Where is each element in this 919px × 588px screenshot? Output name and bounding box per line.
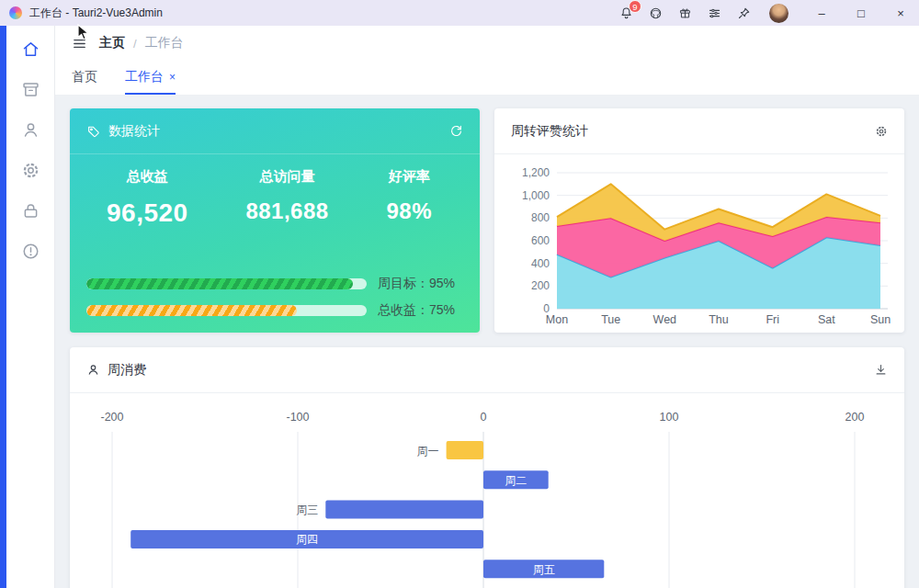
tab-workbench[interactable]: 工作台 × bbox=[125, 61, 176, 95]
stats-card-title: 数据统计 bbox=[108, 123, 160, 140]
sidebar-item-settings[interactable] bbox=[6, 150, 54, 190]
stat-label: 总访问量 bbox=[245, 168, 328, 186]
exclamation-circle-icon bbox=[21, 242, 40, 261]
sidebar-item-error[interactable] bbox=[6, 231, 54, 271]
hamburger-icon bbox=[72, 36, 87, 51]
download-icon[interactable] bbox=[874, 363, 888, 377]
user-avatar[interactable] bbox=[769, 4, 789, 23]
refresh-icon[interactable] bbox=[449, 124, 463, 138]
breadcrumb: 主页 / 工作台 bbox=[99, 35, 184, 51]
area-card-title: 周转评赞统计 bbox=[511, 123, 588, 140]
progress-row-total-revenue: 总收益：75% bbox=[86, 302, 463, 319]
stats-card: 数据统计 总收益 96,520 总访问量 881,688 好评率 bbox=[70, 108, 480, 333]
sidebar-accent-strip bbox=[0, 26, 6, 588]
svg-text:200: 200 bbox=[845, 411, 865, 424]
tag-icon bbox=[86, 124, 101, 139]
minimize-button[interactable]: – bbox=[815, 7, 828, 19]
stat-label: 好评率 bbox=[386, 168, 432, 186]
stats-row: 总收益 96,520 总访问量 881,688 好评率 98% bbox=[70, 154, 480, 228]
progress-track bbox=[86, 305, 367, 316]
svg-text:0: 0 bbox=[481, 411, 487, 424]
svg-text:Wed: Wed bbox=[653, 313, 677, 326]
tab-close-icon[interactable]: × bbox=[169, 72, 176, 83]
close-button[interactable]: × bbox=[894, 7, 907, 19]
home-icon bbox=[21, 40, 40, 59]
maximize-button[interactable]: □ bbox=[855, 7, 868, 19]
tabs-bar: 首页 工作台 × bbox=[55, 61, 919, 96]
tab-home-label: 首页 bbox=[72, 69, 97, 85]
progress-fill bbox=[86, 278, 353, 289]
progress-label: 总收益：75% bbox=[378, 302, 455, 319]
user-icon bbox=[86, 363, 100, 377]
svg-text:-100: -100 bbox=[286, 411, 309, 424]
svg-text:Fri: Fri bbox=[766, 313, 779, 326]
sidebar-item-archive[interactable] bbox=[6, 69, 54, 109]
svg-text:周三: 周三 bbox=[296, 503, 318, 516]
progress-section: 周目标：95% 总收益：75% bbox=[70, 276, 480, 333]
bar-card-header: 周消费 bbox=[70, 347, 904, 393]
app-logo-icon bbox=[9, 6, 22, 19]
svg-text:1,000: 1,000 bbox=[522, 189, 550, 202]
svg-text:Tue: Tue bbox=[601, 313, 620, 326]
svg-text:100: 100 bbox=[660, 411, 679, 424]
horizontal-bar-chart: -200-1000100200周一周二周三周四周五 bbox=[70, 393, 904, 588]
svg-text:200: 200 bbox=[531, 279, 550, 292]
sliders-icon[interactable] bbox=[707, 6, 722, 21]
breadcrumb-separator: / bbox=[133, 37, 137, 51]
stat-label: 总收益 bbox=[107, 168, 188, 186]
svg-text:周一: 周一 bbox=[417, 445, 439, 458]
chart-settings-gear-icon[interactable] bbox=[875, 125, 888, 138]
bar-card-title: 周消费 bbox=[108, 362, 146, 379]
progress-label: 周目标：95% bbox=[378, 276, 455, 292]
gift-icon[interactable] bbox=[677, 6, 693, 21]
area-card-header: 周转评赞统计 bbox=[494, 108, 904, 154]
lock-icon bbox=[21, 201, 40, 220]
svg-text:Mon: Mon bbox=[546, 313, 568, 326]
header-bar: 主页 / 工作台 bbox=[55, 26, 919, 61]
sidebar-item-home[interactable] bbox=[6, 28, 54, 69]
progress-fill bbox=[86, 305, 297, 316]
svg-text:-200: -200 bbox=[100, 411, 123, 424]
sidebar-item-permissions[interactable] bbox=[6, 190, 54, 231]
stacked-area-chart: 02004006008001,0001,200MonTueWedThuFriSa… bbox=[502, 156, 902, 331]
titlebar: 工作台 - Tauri2-Vue3Admin 9 – □ × bbox=[0, 0, 919, 26]
stat-value: 96,520 bbox=[107, 198, 188, 228]
svg-text:600: 600 bbox=[531, 234, 550, 247]
tab-workbench-label: 工作台 bbox=[125, 69, 164, 85]
pin-icon[interactable] bbox=[736, 6, 752, 21]
bar-chart-card: 周消费 -200-1000100200周一周二周三周四周五 bbox=[70, 347, 904, 588]
stat-revenue: 总收益 96,520 bbox=[107, 168, 188, 228]
notification-bell-icon[interactable]: 9 bbox=[618, 6, 634, 21]
area-chart-card: 周转评赞统计 02004006008001,0001,200MonTueWedT… bbox=[494, 108, 904, 333]
tab-home[interactable]: 首页 bbox=[72, 61, 97, 95]
svg-text:800: 800 bbox=[531, 211, 550, 224]
svg-text:1,200: 1,200 bbox=[522, 166, 550, 179]
stats-card-header: 数据统计 bbox=[70, 108, 480, 154]
archive-box-icon bbox=[21, 80, 40, 99]
main-content: 数据统计 总收益 96,520 总访问量 881,688 好评率 bbox=[55, 96, 919, 588]
notification-badge: 9 bbox=[629, 0, 641, 13]
collapse-menu-button[interactable] bbox=[72, 36, 87, 51]
progress-row-weekly-goal: 周目标：95% bbox=[86, 276, 463, 292]
svg-text:Sun: Sun bbox=[870, 313, 891, 326]
breadcrumb-current: 工作台 bbox=[145, 35, 184, 51]
stat-visits: 总访问量 881,688 bbox=[245, 168, 328, 228]
breadcrumb-home[interactable]: 主页 bbox=[99, 35, 125, 51]
gear-icon bbox=[21, 161, 40, 180]
user-icon bbox=[21, 120, 40, 140]
svg-text:周二: 周二 bbox=[505, 474, 527, 487]
github-icon[interactable] bbox=[648, 6, 664, 21]
progress-track bbox=[86, 278, 367, 289]
stat-value: 881,688 bbox=[245, 198, 328, 224]
app-window: 工作台 - Tauri2-Vue3Admin 9 – □ × bbox=[0, 0, 919, 588]
svg-text:Sat: Sat bbox=[818, 313, 835, 326]
sidebar-item-users[interactable] bbox=[6, 109, 54, 150]
svg-text:400: 400 bbox=[531, 257, 550, 270]
svg-text:周四: 周四 bbox=[296, 533, 318, 546]
svg-text:Thu: Thu bbox=[709, 313, 729, 326]
stat-rating: 好评率 98% bbox=[386, 168, 432, 228]
sidebar bbox=[0, 26, 55, 588]
svg-text:周五: 周五 bbox=[533, 563, 555, 576]
window-title: 工作台 - Tauri2-Vue3Admin bbox=[29, 6, 163, 21]
stat-value: 98% bbox=[386, 198, 432, 224]
